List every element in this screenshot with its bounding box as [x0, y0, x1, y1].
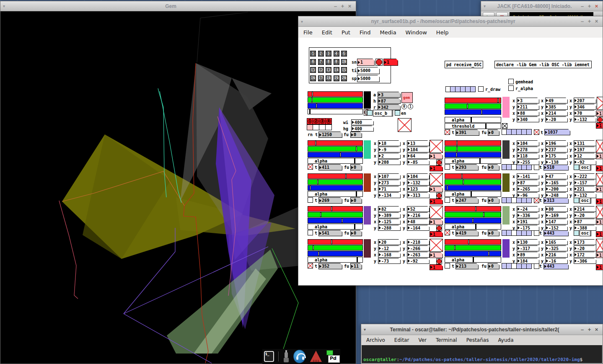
minimize-button[interactable]: – [332, 2, 339, 11]
master-white-slider[interactable] [308, 109, 363, 114]
module-radio[interactable] [502, 230, 532, 236]
slider-knob[interactable] [356, 147, 357, 151]
xy-numbox[interactable]: 20 [378, 239, 401, 245]
audio-jack-icon[interactable] [283, 350, 289, 363]
preset-toggle[interactable]: 17 [318, 75, 324, 81]
radio-cell[interactable] [445, 86, 450, 92]
slider-knob[interactable] [479, 158, 481, 163]
group2-fu-numbox[interactable]: 0 [350, 132, 362, 138]
red-x-canvas[interactable] [430, 140, 443, 153]
t2-numbox[interactable]: 313 [543, 197, 569, 204]
gem-titlebar[interactable]: ▾ Gem – + × [0, 1, 356, 11]
gem-button[interactable]: gem [401, 92, 413, 103]
pd-receive-osc-object[interactable]: pd receive_OSC [445, 61, 483, 68]
xy-numbox[interactable]: 173 [574, 239, 596, 245]
xy-numbox[interactable]: -389 [378, 212, 401, 218]
fu-numbox[interactable]: 0 [350, 230, 362, 236]
slider-knob[interactable] [463, 180, 464, 184]
module-red-slider[interactable] [445, 239, 501, 245]
red-x-canvas[interactable] [398, 118, 411, 132]
preset-toggle[interactable]: 13 [326, 67, 331, 73]
preset-toggle[interactable]: 4 [334, 51, 339, 57]
red-radio[interactable]: 1234 [307, 118, 332, 124]
module-red-slider[interactable] [308, 173, 363, 179]
sn-numbox-red[interactable]: 1 [383, 59, 398, 66]
radio-cell[interactable] [517, 129, 522, 135]
pink-one-numbox[interactable]: 1 [430, 252, 443, 258]
rn-toggle[interactable] [308, 230, 313, 235]
rn-toggle[interactable] [445, 129, 450, 135]
radio-circle-zero[interactable]: 0 [401, 104, 407, 109]
alpha-slider[interactable]: alpha [445, 224, 501, 230]
t-numbox[interactable]: 213 [455, 263, 479, 269]
rn-toggle[interactable] [308, 164, 313, 170]
radio-cell[interactable]: 2 [313, 118, 319, 124]
slider-knob[interactable] [483, 212, 484, 217]
module-red-slider[interactable] [445, 173, 501, 179]
maximize-button[interactable]: + [339, 2, 346, 11]
menu-item-pestañas[interactable]: Pestañas [466, 337, 489, 343]
xy-numbox[interactable]: -96 [517, 192, 539, 198]
slider-knob[interactable] [345, 174, 347, 178]
xy-numbox[interactable]: 211 [517, 104, 539, 110]
radio-cell[interactable] [313, 124, 319, 130]
xy-numbox[interactable]: -313 [407, 192, 430, 198]
module-blue-slider[interactable] [308, 185, 363, 191]
threshold-slider[interactable]: threshold [445, 123, 501, 129]
red-one-numbox[interactable]: 1 [596, 199, 603, 204]
xy-numbox[interactable]: 104 [407, 173, 430, 179]
slider-knob[interactable] [473, 257, 474, 262]
menu-item-window[interactable]: Window [406, 29, 427, 36]
module-green-slider[interactable] [445, 212, 501, 217]
alpha-slider[interactable]: alpha [308, 224, 363, 230]
headphones-icon[interactable] [293, 350, 305, 363]
radio-cell[interactable] [522, 129, 527, 135]
radio-cell[interactable]: 4 [326, 118, 332, 124]
module-green-slider[interactable] [308, 212, 363, 217]
red-x-canvas[interactable] [596, 140, 603, 153]
xy-numbox[interactable]: 165 [545, 239, 568, 245]
radio-cell[interactable] [517, 197, 522, 203]
minimize-button[interactable]: – [579, 2, 586, 11]
xy-numbox[interactable]: 221 [574, 186, 596, 192]
menu-item-terminal[interactable]: Terminal [436, 337, 457, 343]
red-one-numbox[interactable]: 1 [430, 199, 443, 204]
xy-numbox[interactable]: -92 [574, 159, 596, 165]
xy-numbox[interactable]: -336 [517, 212, 539, 218]
xy-numbox[interactable]: -165 [545, 180, 568, 186]
xy-numbox[interactable]: 184 [407, 147, 430, 152]
xy-numbox[interactable]: 237 [545, 147, 568, 152]
sn-numbox[interactable]: 1 [357, 59, 375, 66]
xy-numbox[interactable]: -12 [378, 245, 401, 251]
slider-knob[interactable] [488, 251, 489, 256]
window-menu-icon[interactable]: ▾ [484, 4, 490, 8]
osc-message[interactable]: osc [580, 164, 591, 170]
menu-item-archivo[interactable]: Archivo [366, 337, 385, 343]
red-x-canvas[interactable] [430, 173, 443, 186]
module-green-slider[interactable] [308, 245, 363, 250]
red-one-numbox[interactable]: 1 [596, 165, 603, 171]
module-blue-slider[interactable] [308, 152, 363, 157]
xy-numbox[interactable]: -325 [545, 245, 568, 251]
slider-knob[interactable] [313, 245, 314, 250]
slider-knob[interactable] [331, 240, 332, 244]
t-numbox[interactable]: 293 [455, 164, 479, 170]
slider-knob[interactable] [315, 141, 316, 145]
xy-numbox[interactable]: -200 [545, 186, 568, 192]
r-alpha-toggle[interactable] [508, 85, 514, 91]
module-red-slider[interactable] [308, 206, 363, 212]
pink-one-numbox[interactable]: 1 [596, 252, 603, 258]
red-x-canvas[interactable] [597, 97, 603, 110]
t-numbox[interactable]: 269 [318, 197, 342, 204]
slider-knob[interactable] [357, 257, 358, 262]
xy-numbox[interactable]: -16 [545, 258, 568, 264]
xy-numbox[interactable]: 80 [545, 206, 568, 212]
xy-numbox[interactable]: -157 [574, 180, 596, 186]
rn-toggle[interactable] [445, 197, 450, 203]
xy-numbox[interactable]: 216 [545, 252, 568, 258]
rn-toggle[interactable] [445, 263, 450, 268]
radio-cell[interactable] [307, 124, 313, 130]
threshold-toggle[interactable] [502, 123, 507, 129]
preset-toggle[interactable]: 1 [310, 51, 316, 57]
xy-numbox[interactable]: 147 [545, 219, 568, 225]
